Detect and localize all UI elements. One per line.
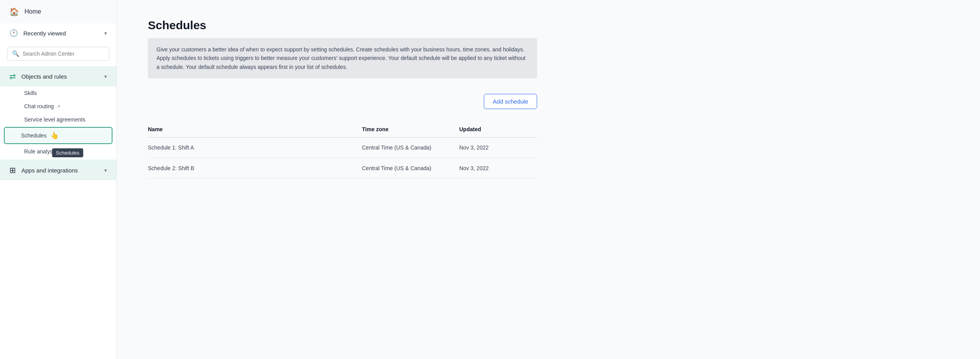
sidebar-item-home[interactable]: 🏠 Home [0, 0, 116, 23]
col-header-timezone: Time zone [362, 121, 459, 137]
skills-label: Skills [24, 90, 37, 96]
search-icon: 🔍 [12, 50, 19, 57]
col-header-name: Name [148, 121, 362, 137]
add-schedule-container: Add schedule [148, 94, 537, 109]
schedule-name: Schedule 2: Shift B [148, 158, 362, 179]
recently-viewed-label: Recently viewed [23, 30, 66, 37]
table-row[interactable]: Schedule 1: Shift A Central Time (US & C… [148, 137, 537, 158]
schedule-timezone: Central Time (US & Canada) [362, 158, 459, 179]
schedule-name: Schedule 1: Shift A [148, 137, 362, 158]
external-link-icon: ↗ [57, 104, 60, 109]
objects-rules-chevron: ▾ [104, 74, 107, 79]
schedules-tooltip: Schedules [52, 148, 83, 157]
cursor-icon: 👆 [50, 131, 59, 140]
schedules-tooltip-wrapper: Schedules 👆 Schedules [0, 126, 116, 145]
chat-routing-label: Chat routing [24, 103, 54, 109]
schedules-label: Schedules [21, 132, 46, 139]
objects-and-rules-section[interactable]: ⇄ Objects and rules ▾ [0, 66, 116, 86]
recently-viewed-chevron: ▾ [104, 30, 107, 36]
search-input[interactable] [23, 51, 104, 57]
objects-and-rules-label: Objects and rules [21, 73, 67, 80]
nav-sub-item-schedules[interactable]: Schedules 👆 [4, 127, 112, 144]
home-icon: 🏠 [9, 7, 19, 16]
schedule-updated: Nov 3, 2022 [459, 137, 537, 158]
recently-viewed-section[interactable]: 🕐 Recently viewed ▾ [0, 23, 116, 43]
clock-icon: 🕐 [9, 29, 18, 37]
nav-sub-item-skills[interactable]: Skills [0, 86, 116, 100]
nav-sub-item-chat-routing[interactable]: Chat routing ↗ [0, 100, 116, 113]
schedule-timezone: Central Time (US & Canada) [362, 137, 459, 158]
add-schedule-button[interactable]: Add schedule [484, 94, 537, 109]
sidebar-home-label: Home [25, 8, 41, 15]
apps-chevron: ▾ [104, 167, 107, 173]
table-row[interactable]: Schedule 2: Shift B Central Time (US & C… [148, 158, 537, 179]
col-header-updated: Updated [459, 121, 537, 137]
description-box: Give your customers a better idea of whe… [148, 38, 537, 78]
nav-sub-item-service-level[interactable]: Service level agreements [0, 113, 116, 126]
main-content: Schedules Give your customers a better i… [117, 0, 980, 359]
schedule-updated: Nov 3, 2022 [459, 158, 537, 179]
schedules-table: Name Time zone Updated Schedule 1: Shift… [148, 121, 537, 179]
page-title: Schedules [148, 19, 949, 32]
sidebar: 🏠 Home 🕐 Recently viewed ▾ 🔍 ⇄ Objects a… [0, 0, 117, 359]
service-level-label: Service level agreements [24, 116, 85, 123]
apps-and-integrations-section[interactable]: ⊞ Apps and integrations ▾ [0, 160, 116, 180]
search-box[interactable]: 🔍 [7, 47, 109, 61]
objects-icon: ⇄ [9, 72, 16, 81]
apps-label: Apps and integrations [21, 167, 78, 174]
apps-icon: ⊞ [9, 165, 16, 175]
